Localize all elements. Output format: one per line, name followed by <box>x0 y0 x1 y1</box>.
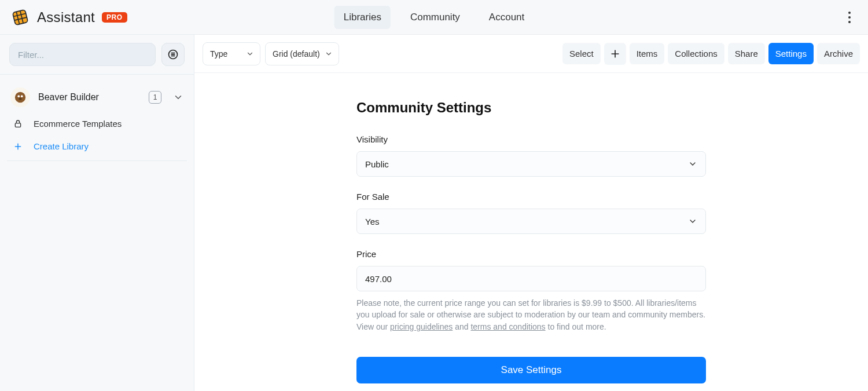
chevron-down-icon <box>246 50 254 58</box>
select-mode-button[interactable]: Select <box>562 43 601 64</box>
settings-panel: Community Settings Visibility Public For… <box>194 73 868 391</box>
list-icon <box>167 49 179 60</box>
lock-icon <box>12 119 24 129</box>
help-post: to find out more. <box>546 322 606 331</box>
view-dropdown-label: Grid (default) <box>273 49 320 59</box>
create-library-button[interactable]: Create Library <box>7 136 187 161</box>
type-dropdown[interactable]: Type <box>203 42 260 65</box>
filter-options-button[interactable] <box>161 43 185 66</box>
team-name: Beaver Builder <box>38 92 141 103</box>
chevron-down-icon <box>325 50 333 58</box>
help-mid: and <box>453 322 470 331</box>
svg-point-10 <box>17 95 20 97</box>
tab-items[interactable]: Items <box>630 43 665 64</box>
for-sale-label: For Sale <box>356 192 706 202</box>
tab-settings[interactable]: Settings <box>768 43 814 64</box>
nav-community[interactable]: Community <box>401 6 469 29</box>
filter-input[interactable] <box>9 43 156 66</box>
type-dropdown-label: Type <box>210 49 227 59</box>
tab-share[interactable]: Share <box>728 43 765 64</box>
price-input-wrap <box>356 266 706 291</box>
library-item-label: Ecommerce Templates <box>34 119 122 129</box>
visibility-field: Visibility Public <box>356 134 706 177</box>
tab-archive[interactable]: Archive <box>817 43 860 64</box>
brand-name: Assistant <box>37 9 95 25</box>
chevron-down-icon <box>688 159 697 169</box>
plus-icon <box>12 142 24 151</box>
team-avatar-icon <box>10 87 30 107</box>
plus-icon <box>609 48 621 60</box>
brand: Assistant PRO <box>10 8 127 27</box>
create-library-label: Create Library <box>34 141 89 151</box>
library-item-ecommerce[interactable]: Ecommerce Templates <box>7 112 187 136</box>
main-area: Type Grid (default) Select Items Collect… <box>194 35 868 391</box>
pricing-guidelines-link[interactable]: pricing guidelines <box>390 322 453 331</box>
header-right <box>841 9 858 25</box>
visibility-label: Visibility <box>356 134 706 144</box>
team-row[interactable]: Beaver Builder 1 <box>7 83 187 112</box>
price-help-text: Please note, the current price range you… <box>356 297 706 332</box>
nav-libraries[interactable]: Libraries <box>334 6 391 29</box>
for-sale-select[interactable]: Yes <box>356 209 706 234</box>
price-input[interactable] <box>365 274 697 284</box>
settings-title: Community Settings <box>356 100 706 116</box>
main-nav: Libraries Community Account <box>334 6 534 29</box>
save-settings-button[interactable]: Save Settings <box>356 357 706 383</box>
sidebar-filter-bar <box>0 35 194 75</box>
terms-link[interactable]: terms and conditions <box>470 322 545 331</box>
svg-point-12 <box>19 98 22 100</box>
library-toolbar: Type Grid (default) Select Items Collect… <box>194 35 868 73</box>
add-item-button[interactable] <box>604 43 626 65</box>
pro-badge: PRO <box>102 12 127 23</box>
for-sale-value: Yes <box>365 217 379 226</box>
price-label: Price <box>356 249 706 259</box>
logo-icon <box>10 8 30 27</box>
view-dropdown[interactable]: Grid (default) <box>265 42 339 65</box>
for-sale-field: For Sale Yes <box>356 192 706 234</box>
chevron-down-icon[interactable] <box>173 92 183 103</box>
svg-rect-13 <box>15 123 20 127</box>
visibility-select[interactable]: Public <box>356 151 706 177</box>
sidebar: Beaver Builder 1 Ecommerce Templates Cre… <box>0 35 194 391</box>
tab-collections[interactable]: Collections <box>668 43 724 64</box>
sidebar-list: Beaver Builder 1 Ecommerce Templates Cre… <box>0 75 194 161</box>
svg-point-9 <box>15 92 25 103</box>
svg-point-11 <box>21 95 23 97</box>
app-header: Assistant PRO Libraries Community Accoun… <box>0 0 868 35</box>
more-menu-icon[interactable] <box>841 9 858 25</box>
price-field: Price Please note, the current price ran… <box>356 249 706 332</box>
nav-account[interactable]: Account <box>480 6 534 29</box>
chevron-down-icon <box>688 217 697 226</box>
team-count-badge: 1 <box>149 91 161 104</box>
visibility-value: Public <box>365 159 389 169</box>
